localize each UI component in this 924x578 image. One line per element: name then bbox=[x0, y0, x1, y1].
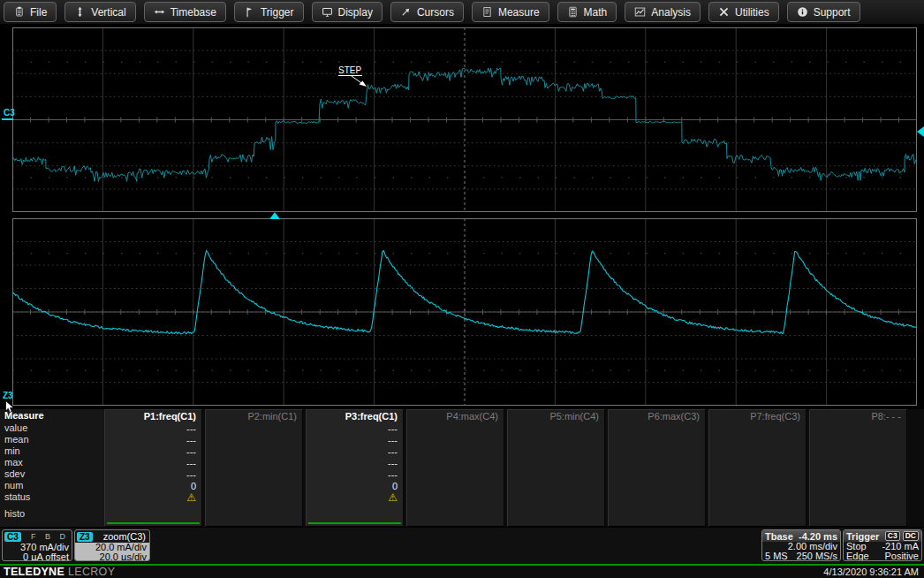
z3-title: zoom(C3) bbox=[103, 531, 148, 542]
measure-value bbox=[206, 435, 302, 446]
measure-value bbox=[508, 435, 604, 446]
row-label-histo: histo bbox=[0, 508, 104, 520]
menu-label: Vertical bbox=[91, 6, 125, 19]
row-label-num: num bbox=[0, 480, 104, 491]
footer: TELEDYNELECROY 4/13/2020 9:36:21 AM bbox=[0, 566, 924, 578]
zoom-waveform-grid[interactable] bbox=[12, 218, 917, 406]
trigger-title: Trigger bbox=[846, 531, 879, 542]
measure-value bbox=[709, 435, 806, 446]
histogram-cell bbox=[609, 504, 705, 526]
measure-column-header[interactable]: P7:freq(C3) bbox=[709, 410, 806, 423]
menu-label: Measure bbox=[498, 6, 540, 19]
brand-light: LECROY bbox=[68, 566, 115, 578]
utilities-tools-icon bbox=[718, 6, 730, 18]
menu-button-measure[interactable]: Measure bbox=[472, 2, 549, 22]
menu-button-timebase[interactable]: Timebase bbox=[144, 2, 226, 22]
info-circle-icon bbox=[797, 6, 808, 18]
measure-column-p5[interactable]: P5:min(C4) bbox=[507, 409, 605, 527]
measure-column-p1[interactable]: P1:freq(C1)---------------0⚠ bbox=[104, 409, 202, 527]
measure-value bbox=[407, 458, 504, 469]
menu-button-analysis[interactable]: Analysis bbox=[625, 2, 701, 22]
measure-column-p8[interactable]: P8:- - - bbox=[809, 409, 907, 527]
measure-title: Measure bbox=[0, 409, 104, 422]
measure-value bbox=[609, 492, 705, 504]
measure-value bbox=[407, 481, 504, 492]
zoom-z3-descriptor[interactable]: Z3 zoom(C3) 20.0 mA/div 20.0 µs/div bbox=[74, 529, 150, 561]
trigger-type: Edge bbox=[846, 551, 869, 561]
measure-value bbox=[810, 469, 906, 481]
menu-label: Cursors bbox=[417, 6, 454, 19]
measure-column-header[interactable]: P1:freq(C1) bbox=[105, 410, 201, 423]
measure-column-header[interactable]: P4:max(C4) bbox=[407, 410, 504, 423]
measure-value bbox=[407, 423, 504, 435]
menu-label: Timebase bbox=[170, 6, 216, 19]
c3-badge: C3 bbox=[4, 532, 21, 542]
menu-button-cursors[interactable]: Cursors bbox=[390, 2, 464, 22]
histogram-baseline bbox=[107, 522, 200, 524]
measure-value bbox=[206, 469, 302, 481]
menu-button-support[interactable]: Support bbox=[787, 2, 860, 22]
measure-value bbox=[508, 446, 604, 458]
measure-value bbox=[709, 458, 806, 469]
trigger-level-marker[interactable] bbox=[917, 126, 924, 137]
histogram-baseline bbox=[308, 522, 401, 524]
measure-column-p7[interactable]: P7:freq(C3) bbox=[708, 409, 807, 527]
measure-column-header[interactable]: P6:max(C3) bbox=[609, 410, 705, 423]
measure-value bbox=[508, 492, 604, 504]
horizontal-arrows-icon bbox=[154, 6, 165, 18]
measure-value bbox=[709, 469, 806, 481]
menu-button-vertical[interactable]: Vertical bbox=[64, 2, 135, 22]
measure-value bbox=[609, 469, 705, 481]
timebase-descriptor[interactable]: Tbase -4.20 ms 2.00 ms/div 5 MS 250 MS/s bbox=[761, 529, 841, 561]
tbase-offset: -4.20 ms bbox=[799, 531, 837, 542]
measure-column-header[interactable]: P8:- - - bbox=[810, 410, 906, 423]
trigger-descriptor[interactable]: Trigger C3 DC Stop -210 mA Edge Positive bbox=[843, 529, 922, 561]
step-annotation: STEP bbox=[338, 65, 367, 87]
menu-button-math[interactable]: Math bbox=[557, 2, 617, 22]
row-label-min: min bbox=[0, 445, 104, 457]
measure-value: 0 bbox=[105, 481, 201, 492]
measure-value bbox=[609, 458, 705, 469]
c3-flags: F B D bbox=[31, 532, 70, 541]
mouse-cursor bbox=[5, 400, 15, 414]
menu-button-utilities[interactable]: Utilities bbox=[708, 2, 779, 22]
measure-value bbox=[810, 492, 906, 504]
measure-value bbox=[609, 481, 705, 492]
measure-column-p2[interactable]: P2:min(C1) bbox=[205, 409, 303, 527]
measure-column-p6[interactable]: P6:max(C3) bbox=[608, 409, 706, 527]
measure-column-header[interactable]: P2:min(C1) bbox=[206, 410, 302, 423]
channel-c3-label[interactable]: C3 bbox=[4, 109, 15, 118]
measure-column-p4[interactable]: P4:max(C4) bbox=[406, 409, 504, 527]
measure-value bbox=[407, 469, 504, 481]
channel-c3-offset-indicator[interactable] bbox=[2, 118, 13, 120]
measure-value bbox=[709, 446, 806, 458]
tbase-title: Tbase bbox=[765, 531, 793, 542]
menu-button-trigger[interactable]: Trigger bbox=[234, 2, 304, 22]
menu-button-file[interactable]: File bbox=[4, 2, 57, 22]
measure-column-header[interactable]: P5:min(C4) bbox=[508, 410, 604, 423]
measure-value bbox=[709, 423, 806, 435]
measure-value bbox=[407, 492, 504, 504]
svg-text:STEP: STEP bbox=[338, 65, 361, 75]
status-bar: C3 F B D 370 mA/div 0 µA offset Z3 zoom(… bbox=[0, 528, 924, 564]
row-label-max: max bbox=[0, 457, 104, 468]
measure-value: --- bbox=[307, 458, 403, 469]
measure-value bbox=[709, 481, 806, 492]
channel-c3-descriptor[interactable]: C3 F B D 370 mA/div 0 µA offset bbox=[2, 529, 72, 561]
main-waveform-grid[interactable]: STEP bbox=[12, 27, 917, 212]
menu-label: Support bbox=[814, 6, 851, 19]
measure-column-header[interactable]: P3:freq(C1) bbox=[307, 410, 403, 423]
menu-button-display[interactable]: Display bbox=[312, 2, 382, 22]
measure-value bbox=[508, 458, 604, 469]
measure-column-p3[interactable]: P3:freq(C1)---------------0⚠ bbox=[306, 409, 404, 527]
measure-value: --- bbox=[105, 435, 201, 446]
measure-value bbox=[810, 481, 906, 492]
cursor-arrow-icon bbox=[400, 6, 412, 18]
zoom-z3-label[interactable]: Z3 bbox=[3, 392, 13, 400]
scope-display: STEP C3 Z3 bbox=[0, 25, 924, 409]
analysis-chart-icon bbox=[634, 6, 646, 18]
measure-doc-icon bbox=[481, 6, 493, 18]
zoom-position-marker[interactable] bbox=[269, 212, 280, 219]
measure-value bbox=[810, 423, 906, 435]
histogram-cell bbox=[508, 504, 604, 526]
